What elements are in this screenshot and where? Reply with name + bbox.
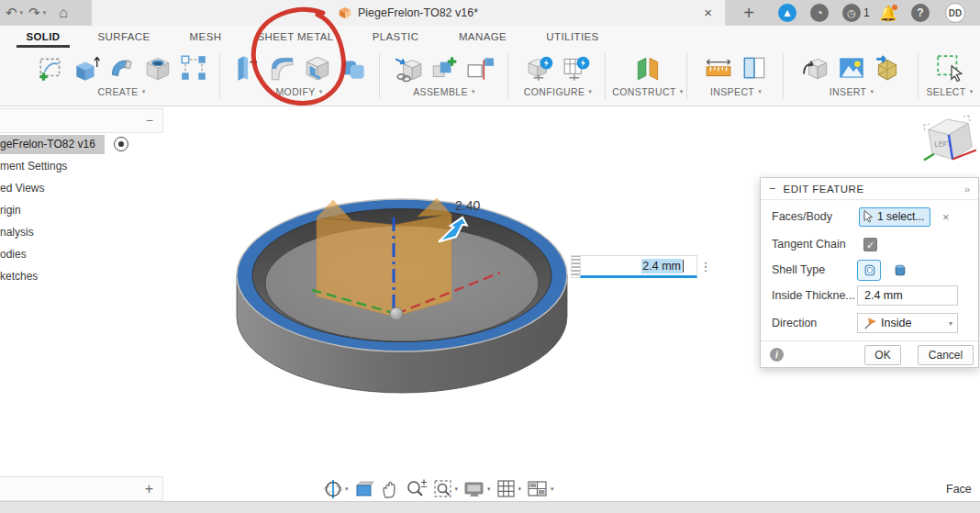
redo-icon[interactable]: ↷ [28,0,40,26]
browser-item-root[interactable]: geFrelon-TO82 v16 [0,135,105,154]
dimension-options-icon[interactable]: ⋮ [697,255,714,278]
grid-caret-icon: ▾ [518,485,522,493]
fillet-button[interactable] [266,51,297,84]
tab-mesh[interactable]: MESH [180,26,231,48]
browser-item-origin[interactable]: rigin [0,201,30,220]
orbit-button[interactable]: ▾ [323,479,349,499]
tab-utilities[interactable]: UTILITIES [538,26,607,48]
viewports-button[interactable]: ▾ [527,479,554,499]
browser-add-icon[interactable]: + [145,477,153,501]
fillet-icon [267,53,296,83]
select-button[interactable] [934,51,965,84]
ribbon-separator [783,53,784,99]
insert-menu[interactable]: INSERT▾ [830,86,874,97]
insert-component-button[interactable] [393,51,424,84]
close-tab-icon[interactable]: × [704,0,712,26]
ribbon-toolbar: CREATE▾ MODIFY▾ ASSEMBLE▾ [0,48,980,106]
avatar[interactable]: DD [945,3,965,23]
help-icon[interactable]: ? [911,4,930,22]
dimension-input[interactable]: 2.4 mm [580,255,697,278]
history-clock-icon[interactable]: ◷ [842,4,861,22]
activate-component-radio[interactable] [114,137,128,151]
shell-button[interactable] [302,51,333,84]
construct-label: CONSTRUCT [612,86,676,97]
zoom-button[interactable] [406,479,428,499]
select-menu[interactable]: SELECT▾ [926,86,973,97]
construct-plane-button[interactable] [632,51,663,84]
browser-item-analysis[interactable]: nalysis [0,223,43,242]
new-component-button[interactable] [429,51,460,84]
thickness-input[interactable]: 2.4 mm [857,285,958,306]
fit-button[interactable]: ▾ [433,479,459,499]
tab-manage[interactable]: MANAGE [450,26,516,48]
tab-sheet-metal[interactable]: SHEET METAL [250,26,341,48]
assemble-menu[interactable]: ASSEMBLE▾ [413,86,475,97]
home-icon[interactable]: ⌂ [59,5,68,21]
info-icon[interactable]: i [770,348,784,362]
hole-button[interactable] [142,51,173,84]
look-at-button[interactable] [354,479,374,499]
browser-item-sketches[interactable]: ketches [0,267,47,286]
faces-body-label: Faces/Body [772,210,832,223]
browser-item-document-settings[interactable]: ment Settings [0,157,76,176]
browser-item-bodies[interactable]: odies [0,245,36,264]
press-pull-button[interactable] [230,51,262,84]
construct-plane-icon [633,53,663,83]
create-menu[interactable]: CREATE▾ [97,86,145,97]
display-settings-button[interactable]: ▾ [463,479,491,499]
dialog-header[interactable]: − EDIT FEATURE » [761,178,978,200]
drag-handle[interactable] [571,255,580,278]
insert-derive-icon [801,53,830,83]
browser-item-named-views[interactable]: ed Views [0,179,53,198]
inspect-label: INSPECT [710,86,754,97]
ok-button[interactable]: OK [864,345,901,365]
insert-derive-button[interactable] [800,51,831,84]
tab-plastic[interactable]: PLASTIC [365,26,426,48]
model-canvas[interactable]: 2.40 [229,179,578,408]
configure-menu[interactable]: CONFIGURE▾ [524,86,593,97]
pattern-button[interactable] [178,51,209,84]
extrude-button[interactable] [71,51,102,84]
insert-mesh-button[interactable] [872,51,903,84]
dialog-collapse-icon[interactable]: − [769,182,776,195]
configure-button[interactable] [525,51,556,84]
revolve-button[interactable] [106,51,138,84]
job-status-icon[interactable]: ◔ [810,4,829,22]
tangent-chain-checkbox[interactable]: ✓ [863,238,877,251]
clear-selection-icon[interactable]: × [942,210,950,224]
assemble-label: ASSEMBLE [413,86,468,97]
extensions-icon[interactable]: ▲ [778,4,796,22]
browser-collapse-icon[interactable]: − [146,109,153,132]
shell-inside-icon [862,262,877,278]
measure-button[interactable] [703,51,734,84]
origin-point[interactable] [390,307,403,320]
undo-caret-icon[interactable]: ▾ [20,9,24,17]
dialog-expand-icon[interactable]: » [964,184,970,195]
joint-button[interactable] [464,51,496,84]
insert-component-icon [394,53,423,83]
create-sketch-button[interactable] [35,51,66,84]
view-cube[interactable]: LEFT [915,107,980,174]
cancel-button[interactable]: Cancel [918,345,974,365]
modify-menu[interactable]: MODIFY▾ [275,86,322,97]
shell-type-both-button[interactable] [887,260,911,281]
timeline-strip[interactable] [0,501,980,513]
tab-surface[interactable]: SURFACE [90,26,158,48]
pan-button[interactable] [380,479,400,499]
canvas-button[interactable] [836,51,867,84]
grid-button[interactable]: ▾ [496,479,522,499]
new-tab-icon[interactable]: + [740,4,758,22]
configuration-table-button[interactable] [561,51,592,84]
direction-dropdown[interactable]: Inside ▾ [857,313,958,333]
faces-body-selection-button[interactable]: 1 select... [859,207,930,227]
construct-menu[interactable]: CONSTRUCT▾ [612,86,683,97]
combine-button[interactable] [338,51,369,84]
dimension-input-popup: 2.4 mm ⋮ [571,255,714,278]
undo-icon[interactable]: ↶ [6,0,17,26]
inspect-menu[interactable]: INSPECT▾ [710,86,762,97]
section-analysis-button[interactable] [739,51,770,84]
shell-type-inside-button[interactable] [857,260,881,281]
document-tab[interactable]: PiegeFrelon-TO82 v16* × [92,0,725,26]
tab-solid[interactable]: SOLID [17,26,70,48]
redo-caret-icon[interactable]: ▾ [43,9,47,17]
